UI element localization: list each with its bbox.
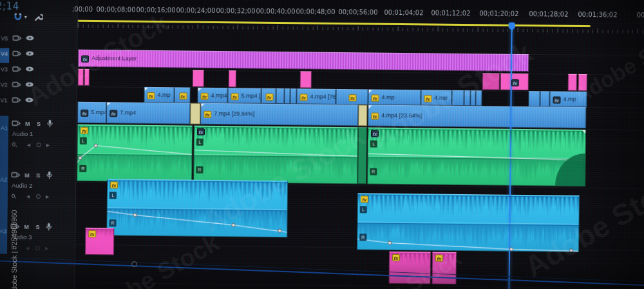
- track-label-a3[interactable]: A3: [0, 228, 6, 234]
- video-clip[interactable]: [284, 88, 290, 104]
- video-clip[interactable]: [451, 90, 464, 106]
- gain-decrease-arrow[interactable]: ◀: [26, 194, 30, 199]
- volume-keyframe[interactable]: [388, 241, 392, 244]
- gain-value[interactable]: 0,: [12, 192, 17, 199]
- video-clip-4.mp[interactable]: 4.mpfx: [549, 91, 587, 107]
- video-clip-4.mp[interactable]: 4.mpfx: [368, 89, 421, 105]
- audio-track-name[interactable]: Audio 2: [12, 182, 32, 189]
- audio-track-name[interactable]: Audio 1: [12, 130, 33, 137]
- video-clip-7.mp4-29.94[interactable]: 7.mp4 [29.94%]fx: [200, 103, 358, 126]
- playhead-handle[interactable]: [509, 23, 515, 28]
- sync-lock-icon[interactable]: [10, 223, 19, 232]
- track-label-v2[interactable]: V2: [1, 81, 8, 88]
- scrollbar-dot[interactable]: [131, 261, 137, 267]
- track-label-v3[interactable]: V3: [1, 66, 8, 72]
- video-clip[interactable]: [475, 90, 482, 106]
- video-clip[interactable]: [578, 74, 587, 91]
- gain-value[interactable]: 0,: [12, 141, 17, 148]
- video-clip[interactable]: fx: [500, 74, 529, 90]
- solo-button[interactable]: S: [37, 121, 41, 127]
- volume-keyframe[interactable]: [79, 156, 82, 159]
- video-clip-4.mp4-76.[interactable]: 4.mp4 [76.fx: [296, 88, 336, 105]
- video-clip[interactable]: [358, 105, 367, 126]
- audio-clip[interactable]: LRfx: [77, 125, 193, 183]
- eye-icon[interactable]: [25, 35, 34, 44]
- video-clip[interactable]: [528, 91, 540, 106]
- video-clip[interactable]: [568, 74, 577, 91]
- eye-icon[interactable]: [25, 50, 34, 59]
- volume-keyframe[interactable]: [278, 229, 281, 232]
- sync-lock-icon[interactable]: [11, 172, 20, 181]
- sync-lock-icon[interactable]: [12, 35, 21, 44]
- sync-lock-icon[interactable]: [12, 120, 21, 129]
- video-clip[interactable]: [78, 69, 84, 86]
- wrench-icon[interactable]: [33, 12, 43, 21]
- video-clip[interactable]: [300, 71, 312, 88]
- mic-icon[interactable]: [46, 223, 55, 232]
- gain-decrease-arrow[interactable]: ◀: [27, 143, 30, 148]
- audio-clip[interactable]: [357, 127, 367, 184]
- track-label-a1[interactable]: A1: [1, 125, 8, 131]
- video-clip-5.mp4[interactable]: 5.mp4fx: [77, 102, 106, 123]
- sync-lock-icon[interactable]: [12, 66, 21, 75]
- mute-button[interactable]: M: [25, 121, 30, 127]
- track-label-v5[interactable]: V5: [1, 35, 8, 41]
- video-clip[interactable]: fx: [174, 87, 190, 103]
- video-clip[interactable]: [540, 91, 549, 106]
- sync-lock-icon[interactable]: [12, 97, 21, 106]
- video-clip-7.mp4[interactable]: 7.mp4fx: [106, 102, 190, 124]
- eye-icon[interactable]: [24, 97, 33, 106]
- snap-caret-icon[interactable]: ▾: [24, 14, 27, 20]
- audio-clip[interactable]: fx: [389, 252, 431, 284]
- video-clip[interactable]: [290, 88, 296, 104]
- video-clip[interactable]: [464, 90, 470, 106]
- gain-value[interactable]: 0,: [11, 244, 16, 251]
- audio-clip[interactable]: LRfx: [106, 179, 288, 237]
- video-clip[interactable]: [229, 70, 236, 87]
- volume-keyframe[interactable]: [232, 223, 235, 226]
- mic-icon[interactable]: [46, 171, 55, 180]
- sync-lock-icon[interactable]: [12, 81, 21, 90]
- video-clip[interactable]: [276, 88, 284, 104]
- solo-button[interactable]: S: [36, 172, 40, 179]
- audio-clip[interactable]: LRfx: [357, 193, 580, 252]
- volume-keyframe[interactable]: [569, 249, 573, 252]
- video-clip[interactable]: [470, 90, 475, 106]
- gain-knob[interactable]: [36, 194, 41, 199]
- video-clip-4.mp4[interactable]: 4.mp4 [fx: [197, 88, 227, 103]
- volume-keyframe[interactable]: [509, 248, 513, 251]
- audio-clip[interactable]: LRfx: [367, 127, 586, 186]
- eye-icon[interactable]: [25, 81, 34, 90]
- eye-icon[interactable]: [25, 66, 34, 75]
- gain-knob[interactable]: [35, 246, 40, 250]
- mic-icon[interactable]: [47, 119, 56, 128]
- audio-clip[interactable]: fx: [85, 228, 114, 255]
- video-clip-4.mp[interactable]: 4.mpfx: [421, 90, 451, 106]
- video-clip-4.mp4-23.64[interactable]: 4.mp4 [23.64%]fx: [368, 105, 586, 128]
- video-clip-5.mp4[interactable]: 5.mp4 [fx: [227, 88, 261, 104]
- sync-lock-icon[interactable]: [12, 50, 21, 59]
- solo-button[interactable]: S: [35, 224, 39, 230]
- gain-increase-arrow[interactable]: ▶: [45, 246, 48, 251]
- gain-decrease-arrow[interactable]: ◀: [26, 246, 29, 251]
- video-clip[interactable]: [193, 70, 204, 87]
- video-clip[interactable]: [190, 103, 200, 125]
- video-clip-4.mp[interactable]: 4.mpfx: [144, 87, 174, 103]
- track-label-v1[interactable]: V1: [0, 97, 7, 103]
- snap-icon[interactable]: [14, 13, 23, 22]
- video-clip[interactable]: [482, 73, 500, 90]
- audio-clip[interactable]: LRfx: [193, 126, 358, 184]
- video-clip[interactable]: fx: [336, 89, 368, 105]
- gain-knob[interactable]: [37, 143, 41, 147]
- gain-increase-arrow[interactable]: ▶: [46, 143, 50, 148]
- time-ruler[interactable]: ;00;0000;00;08;0000;00;16;0000;00;24;000…: [78, 1, 644, 35]
- video-clip[interactable]: [84, 69, 90, 86]
- gain-increase-arrow[interactable]: ▶: [46, 194, 49, 199]
- audio-track-name[interactable]: Audio 3: [11, 234, 32, 241]
- volume-keyframe[interactable]: [133, 214, 137, 217]
- track-label-a2[interactable]: A2: [0, 176, 7, 183]
- volume-keyframe[interactable]: [94, 144, 97, 147]
- mute-button[interactable]: M: [24, 172, 30, 179]
- video-clip[interactable]: fx: [261, 88, 276, 104]
- audio-clip[interactable]: fx: [432, 252, 457, 284]
